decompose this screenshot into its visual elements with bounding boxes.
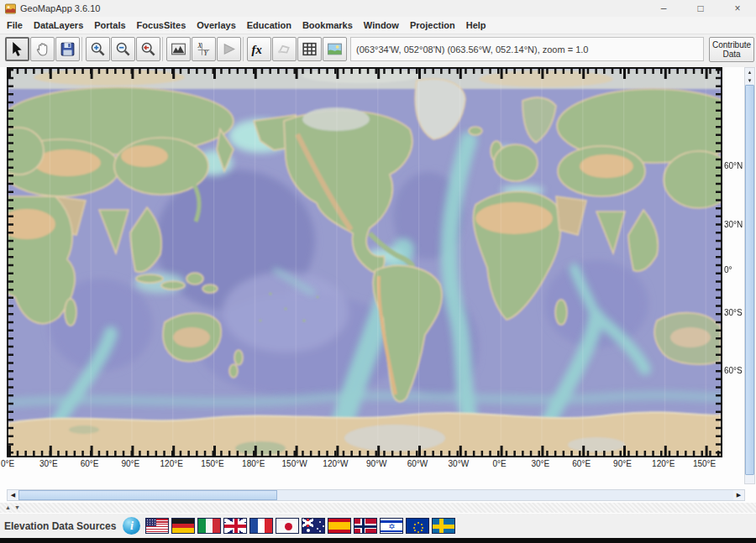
toolbar-separator [81,37,84,61]
flag-eu-icon[interactable] [406,518,429,534]
select-tool-button[interactable] [5,37,29,61]
horizontal-scroll-track[interactable] [18,490,733,500]
coordinate-text: (063°34'W, 052°08'N) (063.56°W, 052.14°N… [356,44,588,55]
zoom-out-tool-button[interactable] [111,37,135,61]
x-axis-label: 180°E [242,459,265,468]
toolbar-separator [243,37,245,61]
flag-list [145,518,455,534]
flag-no-icon[interactable] [354,518,377,534]
panel-splitter[interactable]: ▲ ▼ [0,503,756,513]
scroll-left-icon[interactable]: ◀ [8,490,18,500]
title-bar: GeoMapApp 3.6.10 – □ × [0,0,756,17]
floppy-disk-icon [59,40,76,58]
x-axis-label: 60°E [572,459,591,468]
x-axis-label: 120°E [160,459,183,468]
y-axis-label: 30°S [724,308,743,317]
x-axis-label: 90°E [613,459,632,468]
cursor-arrow-icon [8,40,26,58]
x-axis-label: 0°E [1,459,14,468]
basemap-tool-button[interactable] [323,37,347,61]
flag-se-icon[interactable] [432,518,455,534]
splitter-collapse-up-icon[interactable]: ▲ [5,504,11,510]
zoom-in-tool-button[interactable] [86,37,110,61]
lasso-icon [276,40,293,58]
menu-item-education[interactable]: Education [247,20,291,30]
elevation-sources-label: Elevation Data Sources [4,520,116,532]
x-axis-label: 30°E [39,459,58,468]
x-axis-label: 30°E [531,459,549,468]
coordinate-readout: (063°34'W, 052°08'N) (063.56°W, 052.14°N… [350,37,704,61]
y-axis-label: 60°N [724,161,743,170]
digitize-tool-button[interactable] [272,37,297,61]
hand-icon [34,40,51,58]
grid-tool-button[interactable] [297,37,322,61]
close-button[interactable]: × [719,0,756,17]
toolbar-separator [162,37,165,61]
grid-icon [301,40,318,58]
menu-item-help[interactable]: Help [466,20,486,30]
horizontal-scrollbar[interactable]: ◀ ▶ [7,489,745,501]
menu-item-file[interactable]: File [7,20,23,30]
zoom-previous-tool-button[interactable] [136,37,160,61]
menu-item-portals[interactable]: Portals [94,20,125,30]
menu-item-overlays[interactable]: Overlays [197,20,235,30]
x-axis-label: 60°E [81,459,99,468]
profile-chart-icon [170,40,187,58]
info-icon[interactable] [123,517,140,535]
x-axis-label: 30°W [449,459,470,468]
x-axis-label: 120°E [652,459,675,468]
x-axis-labels: 0°E30°E60°E90°E120°E150°E180°E150°W120°W… [0,459,744,470]
menu-item-window[interactable]: Window [364,20,399,30]
magnifier-plus-icon [89,40,107,58]
distance-scale-tool-button[interactable]: XY [192,37,216,61]
bottom-edge [0,538,756,543]
menu-item-datalayers[interactable]: DataLayers [34,20,83,30]
flag-au-icon[interactable] [302,518,325,534]
vertical-scrollbar[interactable]: ▲ ▼ [744,67,755,484]
flag-fr-icon[interactable] [249,518,273,534]
scroll-up-icon[interactable]: ▲ [745,68,754,76]
svg-text:fx: fx [252,43,262,56]
menu-item-projection[interactable]: Projection [410,20,455,30]
play-icon [220,40,238,58]
flag-gb-icon[interactable] [223,518,247,534]
flag-es-icon[interactable] [328,518,351,534]
magnifier-minus-icon [114,40,132,58]
map-viewport: 0°E30°E60°E90°E120°E150°E180°E150°W120°W… [0,67,756,514]
save-tool-button[interactable] [55,37,80,61]
menu-item-focussites[interactable]: FocusSites [137,20,186,30]
menu-item-bookmarks[interactable]: Bookmarks [302,20,353,30]
landscape-icon [326,40,344,58]
pan-tool-button[interactable] [30,37,55,61]
scroll-right-icon[interactable]: ▶ [733,490,744,500]
x-axis-label: 150°E [201,459,223,468]
flag-il-icon[interactable] [380,518,403,534]
toolbar: XY fx (063°34'W, 052°08'N) (063.56°W, 05… [0,35,756,67]
x-axis-label: 90°E [121,459,139,468]
minimize-button[interactable]: – [645,0,682,17]
function-tool-button[interactable]: fx [247,37,271,61]
xy-axes-icon: XY [195,40,213,58]
x-axis-label: 120°W [323,459,348,468]
horizontal-scroll-thumb[interactable] [18,490,277,500]
splitter-collapse-down-icon[interactable]: ▼ [14,504,20,510]
world-map-canvas[interactable] [8,69,721,456]
y-axis-label: 30°N [724,220,743,229]
x-axis-label: 60°W [407,459,428,468]
flag-us-icon[interactable] [145,518,169,534]
flag-it-icon[interactable] [197,518,221,534]
x-axis-label: 0°E [492,459,506,468]
magnifier-back-icon [139,40,157,58]
vertical-scroll-thumb[interactable] [745,85,754,475]
footer-bar: Elevation Data Sources [0,514,756,538]
profile-tool-button[interactable] [166,37,191,61]
maximize-button[interactable]: □ [682,0,719,17]
x-axis-label: 150°W [282,459,307,468]
window-title: GeoMapApp 3.6.10 [20,3,100,13]
flag-de-icon[interactable] [171,518,195,534]
contribute-data-button[interactable]: Contribute Data [709,37,754,62]
play-tool-button[interactable] [217,37,241,61]
flag-jp-icon[interactable] [276,518,299,534]
fx-icon: fx [250,40,268,58]
scroll-down-icon[interactable]: ▼ [745,76,754,85]
